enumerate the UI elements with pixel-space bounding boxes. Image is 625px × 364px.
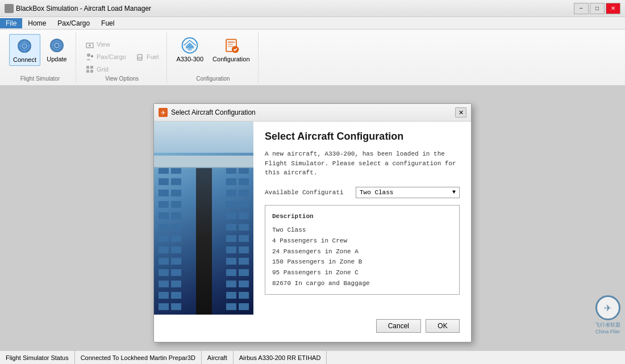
desc-line8: 82670 In cargo and Baggage bbox=[272, 278, 452, 289]
update-icon bbox=[48, 36, 66, 55]
close-button[interactable]: ✕ bbox=[606, 3, 620, 14]
config-icon bbox=[222, 36, 240, 55]
svg-point-11 bbox=[91, 55, 93, 57]
ribbon-group-view: View Pax/Cargo Fuel bbox=[77, 32, 167, 83]
dialog-close-button[interactable]: ✕ bbox=[455, 107, 466, 118]
dialog-content: Select Aircraft Configuration A new airc… bbox=[253, 122, 471, 315]
dropdown-chevron-icon: ▼ bbox=[452, 189, 456, 195]
minimize-button[interactable]: − bbox=[574, 3, 589, 14]
maximize-button[interactable]: □ bbox=[590, 3, 605, 14]
menu-fuel[interactable]: Fuel bbox=[95, 18, 120, 28]
a330-label: A330-300 bbox=[176, 56, 203, 62]
svg-point-10 bbox=[87, 53, 90, 57]
ribbon-group-label-config: Configuration bbox=[173, 76, 253, 83]
dialog-body: Select Aircraft Configuration A new airc… bbox=[154, 122, 471, 315]
grid-button: Grid bbox=[82, 64, 112, 75]
status-aircraft-value: Airbus A330-200 RR ETIHAD bbox=[234, 351, 327, 364]
corner-logo: ✈ 飞行者联盟China Flier bbox=[595, 295, 620, 334]
desc-line6: 95 Passengers in Zone C bbox=[272, 267, 452, 278]
ok-button[interactable]: OK bbox=[426, 319, 460, 333]
svg-rect-17 bbox=[90, 70, 93, 73]
svg-rect-15 bbox=[90, 66, 93, 69]
description-header: Description bbox=[272, 211, 452, 222]
a330-300-button[interactable]: A330-300 bbox=[173, 34, 207, 65]
menu-paxcargo[interactable]: Pax/Cargo bbox=[52, 18, 95, 28]
dialog-title-left: ✈ Select Aircraft Configuration bbox=[159, 108, 256, 117]
dialog-description: A new aircraft, A330-200, has been loade… bbox=[265, 149, 460, 178]
config-label-text: Available Configurati bbox=[265, 189, 356, 196]
paxcargo-icon bbox=[85, 52, 94, 61]
aircraft-interior-image bbox=[154, 122, 253, 315]
logo-circle: ✈ bbox=[595, 295, 620, 320]
connect-icon bbox=[15, 37, 34, 55]
svg-rect-22 bbox=[228, 46, 234, 47]
menu-file[interactable]: File bbox=[0, 18, 22, 28]
logo-icon: ✈ bbox=[604, 303, 611, 313]
fuel-button: Fuel bbox=[132, 51, 162, 62]
connect-label: Connect bbox=[13, 56, 36, 63]
fuel-icon bbox=[135, 52, 144, 61]
svg-rect-21 bbox=[228, 44, 233, 45]
a330-icon bbox=[181, 36, 199, 55]
grid-icon bbox=[85, 65, 94, 74]
ribbon-group-label-view: View Options bbox=[82, 76, 162, 83]
ribbon-group-flight-simulator: Connect Update Flight Simulator bbox=[5, 32, 76, 83]
cancel-button[interactable]: Cancel bbox=[376, 319, 421, 333]
ribbon-group-configuration: A330-300 Configuration Configuration bbox=[168, 32, 258, 83]
update-label: Update bbox=[47, 56, 66, 62]
dialog-main-title: Select Aircraft Configuration bbox=[265, 131, 460, 143]
dialog-title: Select Aircraft Configuration bbox=[171, 108, 256, 116]
configuration-button[interactable]: Configuration bbox=[209, 34, 253, 65]
dialog-titlebar: ✈ Select Aircraft Configuration ✕ bbox=[154, 104, 471, 122]
ribbon-group-label-fs: Flight Simulator bbox=[9, 76, 71, 83]
description-box: Description Two Class 4 Passengers in Cr… bbox=[265, 205, 460, 295]
dialog-overlay: ✈ Select Aircraft Configuration ✕ bbox=[0, 86, 625, 350]
update-button[interactable]: Update bbox=[43, 34, 71, 65]
logo-text: 飞行者联盟China Flier bbox=[595, 321, 620, 334]
view-icon bbox=[85, 40, 94, 49]
connect-button[interactable]: Connect bbox=[9, 34, 40, 66]
config-selector-row: Available Configurati Two Class ▼ bbox=[265, 187, 460, 198]
svg-rect-20 bbox=[228, 41, 235, 43]
desc-line4: 24 Passengers in Zone A bbox=[272, 246, 452, 257]
config-label: Configuration bbox=[213, 56, 249, 62]
menu-home[interactable]: Home bbox=[22, 18, 52, 28]
status-bar: Flight Simulator Status Connected To Loc… bbox=[0, 350, 625, 364]
dialog-buttons: Cancel OK bbox=[154, 315, 471, 342]
title-bar-left: BlackBox Simulation - Aircraft Load Mana… bbox=[5, 4, 151, 13]
status-connection: Connected To Lockheed Martin Prepar3D bbox=[75, 351, 202, 364]
menu-bar: File Home Pax/Cargo Fuel bbox=[0, 17, 625, 30]
svg-rect-14 bbox=[86, 66, 89, 69]
select-config-dialog: ✈ Select Aircraft Configuration ✕ bbox=[153, 103, 472, 342]
title-bar: BlackBox Simulation - Aircraft Load Mana… bbox=[0, 0, 625, 17]
paxcargo-button: Pax/Cargo bbox=[82, 51, 130, 62]
desc-line1: Two Class bbox=[272, 225, 452, 236]
svg-point-9 bbox=[89, 44, 91, 47]
svg-rect-13 bbox=[138, 57, 142, 59]
config-dropdown[interactable]: Two Class ▼ bbox=[356, 187, 460, 198]
status-fs-label: Flight Simulator Status bbox=[0, 351, 75, 364]
config-dropdown-value: Two Class bbox=[360, 189, 393, 196]
desc-line5: 150 Passengers in Zone B bbox=[272, 257, 452, 267]
ribbon: Connect Update Flight Simulator bbox=[0, 30, 625, 86]
svg-rect-16 bbox=[86, 70, 89, 73]
app-title: BlackBox Simulation - Aircraft Load Mana… bbox=[16, 5, 151, 12]
dialog-icon: ✈ bbox=[159, 108, 168, 117]
view-button: View bbox=[82, 39, 114, 50]
main-content: ✈ Select Aircraft Configuration ✕ bbox=[0, 86, 625, 350]
status-aircraft-label: Aircraft bbox=[202, 351, 234, 364]
desc-line3: 4 Passengers in Crew bbox=[272, 236, 452, 246]
ceiling bbox=[154, 122, 253, 156]
app-icon bbox=[5, 4, 14, 13]
window-controls: − □ ✕ bbox=[574, 3, 620, 14]
